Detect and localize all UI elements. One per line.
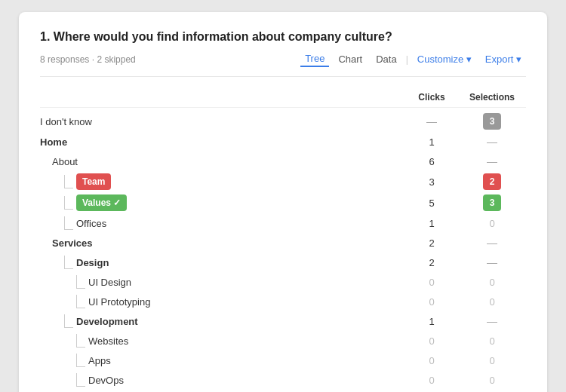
- meta-bar: 8 responses · 2 skipped Tree Chart Data …: [40, 51, 526, 77]
- badge-i-dont-know: 3: [483, 113, 501, 130]
- sel-i-dont-know: 3: [458, 113, 526, 130]
- label-ui-prototyping: UI Prototyping: [40, 295, 405, 308]
- tree-connector-ui-design: [76, 275, 85, 289]
- sel-ui-prototyping: 0: [458, 296, 526, 308]
- sel-apps: 0: [458, 355, 526, 366]
- clicks-home: 1: [405, 136, 458, 148]
- tree-connector-apps: [76, 354, 85, 367]
- label-services: Services: [40, 237, 405, 249]
- sel-offices: 0: [458, 218, 526, 229]
- clicks-services: 2: [405, 237, 458, 249]
- row-devops: DevOps 0 0: [40, 370, 526, 390]
- clicks-i-dont-know: —: [405, 115, 458, 127]
- row-i-dont-know: I don't know — 3: [40, 111, 526, 132]
- question-title: 1. Where would you find information abou…: [40, 30, 526, 44]
- view-tabs: Tree Chart Data | Customize ▾ Export ▾: [300, 51, 526, 67]
- col-selections: Selections: [458, 92, 526, 103]
- tree-connector-websites: [76, 334, 85, 348]
- clicks-values: 5: [405, 198, 458, 209]
- tree-connector-offices: [64, 216, 73, 230]
- row-about: About 6 —: [40, 152, 526, 171]
- tree-connector-ui-prototyping: [76, 295, 85, 308]
- tree-connector-values: [64, 196, 73, 210]
- label-ui-design: UI Design: [40, 275, 405, 289]
- row-apps: Apps 0 0: [40, 351, 526, 370]
- badge-values: 3: [483, 194, 501, 211]
- row-offices: Offices 1 0: [40, 213, 526, 233]
- row-ui-design: UI Design 0 0: [40, 272, 526, 292]
- row-websites: Websites 0 0: [40, 331, 526, 351]
- row-values: Values ✓ 5 3: [40, 192, 526, 213]
- tab-data[interactable]: Data: [371, 52, 401, 66]
- row-services: Services 2 —: [40, 233, 526, 253]
- label-apps: Apps: [40, 354, 405, 367]
- sel-team: 2: [458, 173, 526, 190]
- sel-ui-design: 0: [458, 277, 526, 288]
- col-clicks: Clicks: [405, 92, 458, 103]
- clicks-design: 2: [405, 257, 458, 268]
- clicks-devops: 0: [405, 375, 458, 386]
- tag-team: Team: [76, 173, 111, 190]
- sel-devops: 0: [458, 375, 526, 386]
- label-development: Development: [40, 314, 405, 328]
- row-ui-prototyping: UI Prototyping 0 0: [40, 292, 526, 311]
- tab-customize[interactable]: Customize ▾: [413, 52, 476, 66]
- label-offices: Offices: [40, 216, 405, 230]
- tag-values: Values ✓: [76, 194, 127, 211]
- clicks-apps: 0: [405, 355, 458, 366]
- row-team: Team 3 2: [40, 171, 526, 192]
- tree-connector-development: [64, 314, 73, 328]
- divider1: |: [406, 54, 408, 65]
- label-about: About: [40, 156, 405, 167]
- tab-tree[interactable]: Tree: [300, 51, 329, 67]
- table-header: Clicks Selections: [40, 92, 526, 108]
- clicks-ui-design: 0: [405, 277, 458, 288]
- sel-about: —: [458, 155, 526, 167]
- main-card: 1. Where would you find information abou…: [19, 12, 547, 392]
- clicks-ui-prototyping: 0: [405, 296, 458, 308]
- tree-connector-design: [64, 256, 73, 269]
- tab-export[interactable]: Export ▾: [481, 52, 526, 66]
- label-websites: Websites: [40, 334, 405, 348]
- row-design: Design 2 —: [40, 253, 526, 272]
- badge-team: 2: [483, 173, 501, 190]
- clicks-team: 3: [405, 176, 458, 188]
- label-values: Values ✓: [40, 194, 405, 211]
- sel-development: —: [458, 315, 526, 327]
- label-home: Home: [40, 136, 405, 148]
- tab-chart[interactable]: Chart: [334, 52, 367, 66]
- label-design: Design: [40, 256, 405, 269]
- col-label: [40, 92, 405, 103]
- label-team: Team: [40, 173, 405, 190]
- row-development: Development 1 —: [40, 311, 526, 331]
- response-meta: 8 responses · 2 skipped: [40, 54, 136, 65]
- clicks-about: 6: [405, 156, 458, 167]
- tree-connector-team: [64, 175, 73, 188]
- clicks-websites: 0: [405, 335, 458, 347]
- clicks-offices: 1: [405, 218, 458, 229]
- label-devops: DevOps: [40, 373, 405, 387]
- sel-home: —: [458, 136, 526, 148]
- row-home: Home 1 —: [40, 132, 526, 152]
- sel-design: —: [458, 256, 526, 268]
- sel-websites: 0: [458, 335, 526, 347]
- clicks-development: 1: [405, 316, 458, 327]
- tree-table: Clicks Selections I don't know — 3 Home …: [40, 92, 526, 392]
- label-i-dont-know: I don't know: [40, 116, 405, 127]
- sel-services: —: [458, 237, 526, 249]
- tree-connector-devops: [76, 373, 85, 387]
- sel-values: 3: [458, 194, 526, 211]
